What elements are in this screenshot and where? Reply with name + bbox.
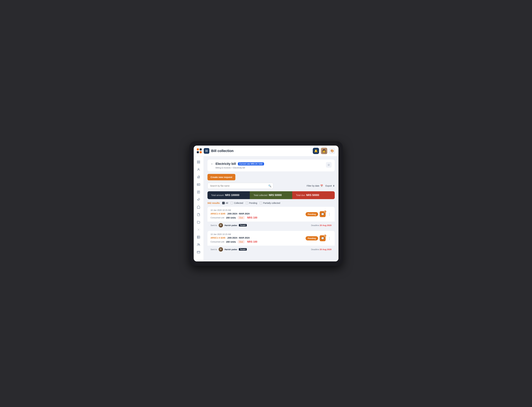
pending-checkbox[interactable] — [246, 202, 248, 204]
bill-unit-value-0: 200 Units — [226, 217, 236, 219]
sidebar-item-payment[interactable] — [195, 249, 202, 255]
sent-row-1: Sent to H Harish yadav Tenant Deadline 2… — [208, 246, 335, 253]
notification-button[interactable]: 🔔 — [313, 148, 319, 154]
menu-button[interactable] — [204, 148, 209, 154]
sidebar-item-dashboard[interactable] — [195, 159, 202, 165]
app-logo — [197, 149, 202, 153]
sent-to-label-0: Sent to — [211, 224, 217, 227]
search-actions: Filter by date 📅 Export ⬇ — [307, 185, 335, 187]
screen: Bill collection 🔔 👩 🎨 — [194, 146, 339, 261]
svg-point-13 — [198, 243, 199, 244]
amenities-icon — [197, 205, 200, 209]
deadline-label-0: Deadline — [311, 224, 320, 227]
chat-icon-0: 💬 — [321, 213, 324, 216]
main-layout: ← Electricity bill Current rate NRS 24 /… — [194, 157, 339, 261]
sent-to-label-1: Sent to — [211, 248, 217, 250]
partially-label: Partially collected — [263, 202, 280, 204]
sidebar-item-amenities[interactable] — [195, 204, 202, 210]
tenant-name-0: Harish yadav — [225, 224, 237, 227]
create-request-button[interactable]: Create new request — [208, 174, 235, 180]
svg-rect-3 — [199, 162, 200, 163]
id-card-icon — [197, 183, 200, 186]
tenant-avatar-0: H — [219, 223, 223, 227]
filter-all[interactable]: ✓ All — [222, 202, 228, 204]
filter-date-button[interactable]: Filter by date 📅 — [307, 185, 323, 187]
bill-unit-label-0: Consumed unit — [211, 217, 224, 219]
partially-checkbox[interactable] — [260, 202, 262, 204]
bell-icon: 🔔 — [314, 149, 318, 153]
page-title-row: ← Electricity bill Current rate NRS 24 /… — [211, 162, 264, 166]
folder-icon — [197, 220, 200, 224]
sent-left-0: Sent to H Harish yadav Tenant — [211, 223, 247, 227]
svg-point-5 — [199, 176, 200, 177]
filter-row: 342 results ✓ All Collected Pending — [208, 202, 335, 204]
checklist-icon: ☑ — [328, 164, 330, 166]
svg-rect-9 — [197, 236, 200, 239]
table-icon — [197, 235, 200, 239]
bill-unit-row-0: Consumed unit 200 Units Due NRS 100 — [211, 216, 258, 219]
all-checkbox[interactable]: ✓ — [222, 202, 225, 204]
filter-partially[interactable]: Partially collected — [260, 202, 280, 204]
user-avatar[interactable]: 👩 — [321, 148, 328, 154]
sidebar-item-notices[interactable] — [195, 211, 202, 218]
total-due-value: NRS 50000 — [306, 194, 319, 197]
notices-icon — [197, 213, 200, 216]
sidebar-item-alerts[interactable] — [195, 227, 202, 233]
content-area: ← Electricity bill Current rate NRS 24 /… — [204, 157, 339, 261]
bill-unit-value-1: 200 Units — [226, 241, 236, 243]
sidebar-item-residents[interactable] — [195, 174, 202, 180]
grid-icon — [197, 160, 200, 164]
sidebar-item-maintenance[interactable] — [195, 196, 202, 203]
page-header-left: ← Electricity bill Current rate NRS 24 /… — [211, 162, 264, 169]
bill-period-0: JAN 2024 - MAR 2024 — [227, 212, 250, 215]
breadcrumb-link[interactable]: Billing & invoices — [216, 167, 231, 169]
all-label: All — [226, 202, 228, 204]
checklist-filter-button[interactable]: ☑ — [326, 162, 331, 168]
sidebar-item-profile[interactable] — [195, 166, 202, 173]
bill-cards-container: 10 Jan 2020 10:15 AM ARSC1 4 3245 JAN 20… — [208, 207, 335, 253]
chat-icon-1: 💬 — [321, 237, 324, 240]
bill-main-0: 10 Jan 2020 10:15 AM ARSC1 4 3245 JAN 20… — [208, 207, 335, 221]
sidebar-item-id[interactable] — [195, 181, 202, 188]
back-button[interactable]: ← — [211, 162, 214, 166]
sidebar-item-bills[interactable] — [195, 189, 202, 195]
filter-date-label: Filter by date — [307, 185, 319, 187]
search-input[interactable] — [208, 183, 273, 189]
filter-collected[interactable]: Collected — [231, 202, 243, 204]
export-button[interactable]: Export ⬇ — [325, 185, 335, 187]
sidebar-item-folder[interactable] — [195, 219, 202, 225]
message-button-0[interactable]: 💬 01 — [320, 211, 326, 217]
total-amount-value: NRS 100000 — [225, 194, 239, 197]
filter-pending[interactable]: Pending — [246, 202, 257, 204]
due-amount-1: NRS 100 — [247, 240, 257, 243]
page-header-card: ← Electricity bill Current rate NRS 24 /… — [208, 159, 335, 172]
home-user-icon — [197, 175, 200, 179]
bill-flat-0: ARSC1 4 3245 — [211, 212, 225, 215]
settings-button[interactable]: 🎨 — [329, 148, 335, 154]
palette-icon: 🎨 — [330, 149, 334, 153]
page-title: Electricity bill — [216, 162, 236, 166]
bill-main-1: 10 Jan 2020 10:15 AM ARSC1 4 3245 JAN 20… — [208, 231, 335, 246]
due-badge-0: Due — [238, 216, 245, 219]
bill-left-0: 10 Jan 2020 10:15 AM ARSC1 4 3245 JAN 20… — [211, 209, 258, 219]
message-button-1[interactable]: 💬 01 — [320, 235, 326, 241]
bill-left-1: 10 Jan 2020 10:15 AM ARSC1 4 3245 JAN 20… — [211, 233, 258, 243]
more-button-0[interactable]: ⋮ — [327, 212, 331, 216]
collected-checkbox[interactable] — [231, 202, 233, 204]
logo-dot-3 — [197, 151, 199, 153]
svg-point-8 — [198, 229, 199, 230]
tenant-name-1: Harish yadav — [225, 248, 237, 250]
export-label: Export — [325, 185, 332, 187]
total-collected-value: NRS 50000 — [269, 194, 282, 197]
back-arrow-icon: ← — [211, 162, 214, 165]
logo-dot-4 — [200, 151, 202, 153]
due-amount-0: NRS 100 — [247, 216, 257, 219]
status-badge-1: Pending — [306, 236, 318, 240]
sidebar-item-grid[interactable] — [195, 234, 202, 240]
more-button-1[interactable]: ⋮ — [327, 236, 331, 240]
svg-point-7 — [198, 184, 198, 185]
breadcrumb-separator: > — [232, 167, 233, 169]
breadcrumb-current: Electricity bill — [233, 167, 245, 169]
bill-period-1: JAN 2024 - MAR 2024 — [227, 236, 250, 239]
sidebar-item-teams[interactable] — [195, 242, 202, 248]
